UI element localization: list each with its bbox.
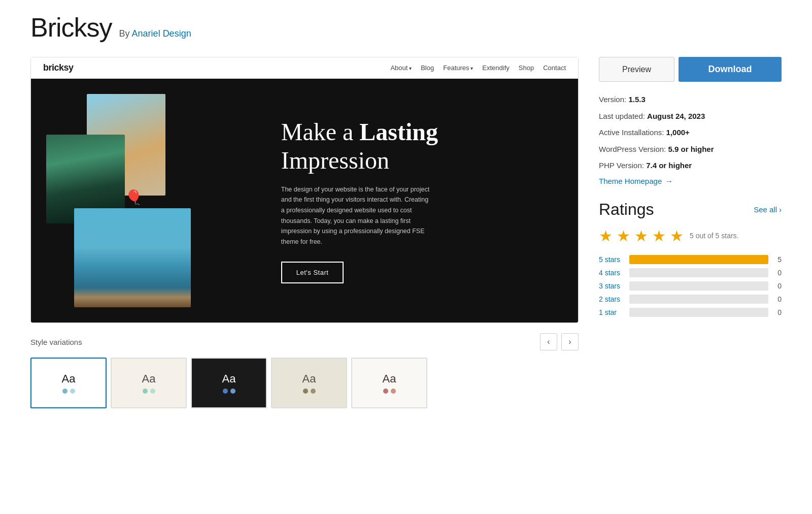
balloon-icon: 🎈 xyxy=(125,189,143,206)
sv-aa-1: Aa xyxy=(142,372,156,385)
rating-bar-row-0[interactable]: 5 stars 5 xyxy=(599,255,782,264)
see-all-chevron: › xyxy=(779,205,782,214)
sv-prev-button[interactable]: ‹ xyxy=(540,333,557,350)
sv-thumb-0[interactable]: Aa xyxy=(30,358,107,408)
bar-count-0: 5 xyxy=(773,255,782,264)
wp-version-label: WordPress Version: xyxy=(599,145,666,153)
left-column: bricksy About Blog Features Extendify Sh… xyxy=(30,57,579,408)
rating-bar-row-3[interactable]: 2 stars 0 xyxy=(599,295,782,304)
page-wrapper: Bricksy By Anariel Design bricksy About … xyxy=(10,0,802,421)
star-5: ★ xyxy=(670,227,684,245)
sv-header: Style variations ‹ › xyxy=(30,333,579,350)
meta-active-installations: Active Installations: 1,000+ xyxy=(599,127,782,139)
bar-track-4 xyxy=(629,308,768,317)
star-score: 5 out of 5 stars. xyxy=(690,232,739,240)
author-link[interactable]: Anariel Design xyxy=(132,28,191,39)
meta-version: Version: 1.5.3 xyxy=(599,94,782,106)
sv-thumb-inner-0: Aa xyxy=(31,359,106,407)
rating-bar-row-4[interactable]: 1 star 0 xyxy=(599,308,782,317)
star-1: ★ xyxy=(599,227,613,245)
sv-next-button[interactable]: › xyxy=(561,333,579,350)
nav-item-shop: Shop xyxy=(519,64,534,72)
bar-count-2: 0 xyxy=(773,282,782,290)
sv-dots-2 xyxy=(223,389,235,394)
sv-dot-a-3 xyxy=(303,389,308,394)
theme-homepage-label: Theme Homepage xyxy=(599,177,662,185)
bar-count-1: 0 xyxy=(773,269,782,277)
download-button[interactable]: Download xyxy=(679,57,782,82)
preview-button[interactable]: Preview xyxy=(599,57,674,82)
last-updated-value: August 24, 2023 xyxy=(647,112,705,120)
active-installations-value: 1,000+ xyxy=(666,128,690,137)
sv-dots-1 xyxy=(143,389,155,394)
star-2: ★ xyxy=(617,227,630,245)
rating-bar-row-1[interactable]: 4 stars 0 xyxy=(599,268,782,277)
right-column: Preview Download Version: 1.5.3 Last upd… xyxy=(599,57,782,317)
bar-count-3: 0 xyxy=(773,295,782,303)
sv-aa-4: Aa xyxy=(383,372,396,385)
bar-label-1: 4 stars xyxy=(599,269,624,277)
sv-thumb-1[interactable]: Aa xyxy=(111,358,187,408)
sv-thumb-3[interactable]: Aa xyxy=(271,358,347,408)
nav-item-features: Features xyxy=(443,64,473,72)
sv-thumb-2[interactable]: Aa xyxy=(191,358,267,408)
bar-track-0 xyxy=(629,255,768,264)
sv-dots-0 xyxy=(62,389,75,394)
bar-track-2 xyxy=(629,281,768,291)
bungalow-image xyxy=(74,208,191,307)
sv-aa-3: Aa xyxy=(302,372,316,385)
sv-title: Style variations xyxy=(30,338,82,346)
rating-bars: 5 stars 5 4 stars 0 3 stars 0 2 stars 0 … xyxy=(599,255,782,317)
ratings-header: Ratings See all › xyxy=(599,200,782,219)
sv-thumb-4[interactable]: Aa xyxy=(351,358,427,408)
hero-images: 🎈 xyxy=(31,79,261,323)
meta-php-version: PHP Version: 7.4 or higher xyxy=(599,160,782,172)
bar-label-4: 1 star xyxy=(599,308,624,316)
hero-body-text: The design of your website is the face o… xyxy=(281,184,433,247)
sv-thumbnails: Aa Aa Aa Aa xyxy=(30,358,579,408)
preview-inner: bricksy About Blog Features Extendify Sh… xyxy=(31,57,578,323)
theme-homepage-link[interactable]: Theme Homepage → xyxy=(599,177,782,186)
preview-nav: bricksy About Blog Features Extendify Sh… xyxy=(31,57,578,79)
sv-thumb-inner-4: Aa xyxy=(352,359,426,407)
sv-dots-4 xyxy=(383,389,396,394)
bar-fill-0 xyxy=(629,255,768,264)
sv-dot-a-0 xyxy=(62,389,67,394)
bar-label-0: 5 stars xyxy=(599,255,624,264)
sv-dot-a-4 xyxy=(383,389,388,394)
see-all-label: See all xyxy=(754,205,777,214)
image-collage: 🎈 xyxy=(46,94,261,307)
star-3: ★ xyxy=(634,227,648,245)
main-layout: bricksy About Blog Features Extendify Sh… xyxy=(30,57,782,408)
theme-preview-frame: bricksy About Blog Features Extendify Sh… xyxy=(30,57,579,323)
meta-wp-version: WordPress Version: 5.9 or higher xyxy=(599,144,782,155)
star-4: ★ xyxy=(652,227,666,245)
sv-dot-b-4 xyxy=(391,389,396,394)
hero-headline: Make a LastingImpression xyxy=(281,118,558,174)
nav-item-blog: Blog xyxy=(421,64,434,72)
style-variations: Style variations ‹ › Aa Aa xyxy=(30,333,579,408)
nav-item-contact: Contact xyxy=(543,64,566,72)
nav-item-about: About xyxy=(390,64,412,72)
sv-dot-b-1 xyxy=(150,389,155,394)
sv-aa-0: Aa xyxy=(62,372,76,385)
hero-cta-button[interactable]: Let's Start xyxy=(281,262,344,283)
see-all-link[interactable]: See all › xyxy=(754,205,782,214)
ratings-section: Ratings See all › ★ ★ ★ ★ ★ 5 out of 5 s… xyxy=(599,200,782,317)
rating-bar-row-2[interactable]: 3 stars 0 xyxy=(599,281,782,291)
by-prefix: By xyxy=(119,28,130,39)
preview-nav-links: About Blog Features Extendify Shop Conta… xyxy=(390,64,566,72)
php-version-value: 7.4 or higher xyxy=(646,161,692,170)
meta-info: Version: 1.5.3 Last updated: August 24, … xyxy=(599,94,782,186)
sv-dot-a-2 xyxy=(223,389,228,394)
hero-bold: Lasting xyxy=(359,118,438,145)
theme-name: Bricksy xyxy=(30,12,112,43)
sv-dot-b-2 xyxy=(230,389,235,394)
version-label: Version: xyxy=(599,95,626,104)
sv-thumb-inner-2: Aa xyxy=(192,359,266,407)
preview-logo: bricksy xyxy=(43,62,74,73)
theme-title-row: Bricksy By Anariel Design xyxy=(30,12,782,43)
bar-count-4: 0 xyxy=(773,308,782,316)
bar-label-3: 2 stars xyxy=(599,295,624,303)
active-installations-label: Active Installations: xyxy=(599,128,664,137)
